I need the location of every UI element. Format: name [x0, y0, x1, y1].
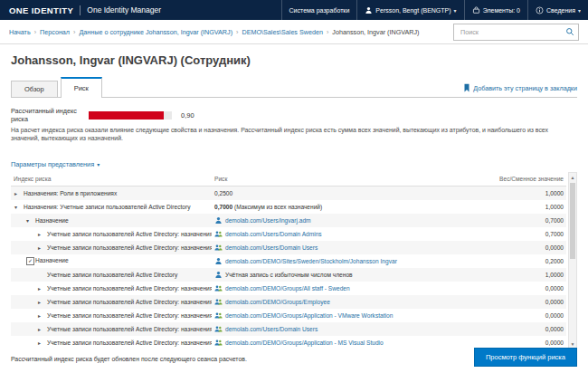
risk-object-link[interactable]: demolab.com/DEMO/Sites/Sweden/Stockholm/… [225, 258, 397, 264]
collapse-icon[interactable]: ▾ [26, 217, 35, 224]
weight-value: 1,0000 [481, 186, 566, 200]
table-row[interactable]: ▸Учетные записи пользователей Active Dir… [11, 282, 566, 295]
chevron-down-icon: ▾ [97, 161, 100, 167]
risk-object-link[interactable]: demolab.com/DEMO/Groups/All staff - Swed… [225, 285, 350, 292]
search-icon[interactable] [565, 27, 574, 36]
collapse-icon[interactable]: ▾ [14, 204, 24, 210]
risk-cell: demolab.com/DEMO/Groups/Employee [212, 295, 481, 309]
risk-index-name: Назначение [35, 217, 69, 224]
info-label: Сведения [546, 7, 575, 14]
chevron-down-icon: ▾ [454, 7, 457, 14]
user-name: Persson, Bengt (BENGTP) [375, 7, 450, 14]
view-settings-toggle[interactable]: Параметры представления ▾ [11, 160, 100, 168]
expand-icon[interactable]: ▸ [38, 312, 47, 319]
column-header-risk: Риск [212, 172, 481, 186]
risk-object-link[interactable]: demolab.com/Users/Domain Admins [225, 231, 322, 237]
user-icon [214, 216, 223, 225]
table-row[interactable]: ▾Назначение demolab.com/Users/ingvarj.ad… [11, 214, 566, 227]
risk-cell: demolab.com/Users/ingvarj.adm [212, 214, 481, 227]
expand-icon[interactable]: ▸ [38, 340, 47, 346]
risk-object-link[interactable]: demolab.com/Users/Domain Users [225, 244, 318, 251]
column-header-risk-index: Индекс риска [11, 172, 212, 186]
risk-object-link[interactable]: demolab.com/DEMO/Groups/Application - VM… [225, 312, 393, 319]
table-row[interactable]: ✓Назначение demolab.com/DEMO/Sites/Swede… [11, 254, 566, 268]
page-title: Johansson, Ingvar (INGVARJ) (Сотрудник) [11, 53, 577, 67]
group-icon [214, 298, 223, 306]
risk-value-max: 0,7000 [214, 204, 232, 210]
risk-cell: Учётная запись с избыточным числом члено… [212, 268, 481, 282]
top-bar: ONE IDENTITY One Identity Manager Систем… [0, 0, 588, 20]
user-icon [214, 271, 223, 279]
risk-object-link[interactable]: demolab.com/DEMO/Groups/Application - MS… [225, 340, 384, 346]
risk-object-link[interactable]: demolab.com/Users/ingvarj.adm [225, 217, 311, 224]
breadcrumb-item[interactable]: Персонал [40, 28, 70, 36]
expand-icon[interactable]: ✓ [26, 257, 35, 265]
info-menu[interactable]: Сведения ▾ [527, 0, 588, 20]
table-row[interactable]: ▸Назначения: Роли в приложениях 0,2500 1… [11, 186, 566, 200]
expand-icon[interactable]: ▸ [38, 231, 47, 237]
group-icon [214, 325, 223, 333]
user-icon [365, 6, 373, 14]
breadcrumb-item[interactable]: Начать [9, 28, 31, 36]
risk-index-name: Учетные записи пользователей Active Dire… [47, 244, 212, 251]
risk-cell: demolab.com/Users/Domain Users [212, 241, 481, 254]
risk-index-name: Учетные записи пользователей Active Dire… [47, 272, 177, 278]
tab-overview[interactable]: Обзор [11, 81, 58, 97]
breadcrumb-item[interactable]: Данные о сотруднике Johansson, Ingvar (I… [79, 28, 232, 36]
risk-index-name: Учетные записи пользователей Active Dire… [47, 312, 212, 319]
tab-risk[interactable]: Риск [61, 77, 102, 98]
expand-icon[interactable]: ▸ [14, 190, 24, 196]
breadcrumb-item[interactable]: DEMO\Sales\Sales Sweden [242, 28, 323, 36]
expand-icon[interactable]: ▸ [38, 299, 47, 305]
expand-icon[interactable]: ▸ [38, 244, 47, 251]
bookmark-icon [463, 83, 470, 92]
risk-index-label: Рассчитанный индекс риска [11, 107, 80, 123]
brand-divider [80, 5, 81, 15]
group-icon [214, 230, 223, 238]
scrollbar-thumb[interactable] [570, 183, 575, 259]
risk-cell: 0,2500 [212, 186, 481, 200]
search-input[interactable] [459, 27, 565, 37]
table-row[interactable]: ▸Учетные записи пользователей Active Dir… [11, 309, 566, 322]
vertical-scrollbar[interactable]: ▲ ▼ [568, 172, 577, 349]
risk-index-name: Учетные записи пользователей Active Dire… [47, 285, 212, 292]
scroll-up-icon[interactable]: ▲ [569, 173, 576, 182]
weight-value: 0,0000 [481, 309, 566, 322]
expand-icon[interactable]: ▸ [38, 285, 47, 292]
app-title: One Identity Manager [87, 5, 161, 14]
group-icon [214, 244, 223, 252]
tabs-row: ОбзорРиск Добавить эту страницу в заклад… [11, 78, 577, 98]
group-icon [214, 339, 223, 347]
table-row[interactable]: ▾Назначения: Учетные записи пользователе… [11, 200, 566, 214]
breadcrumb-separator: › [236, 28, 238, 36]
weight-value: 0,0000 [481, 241, 566, 254]
risk-cell: demolab.com/DEMO/Groups/Application - MS… [212, 336, 481, 349]
table-row[interactable]: ▸Учетные записи пользователей Active Dir… [11, 322, 566, 336]
user-menu[interactable]: Persson, Bengt (BENGTP) ▾ [356, 0, 463, 20]
info-icon [536, 6, 544, 14]
weight-value: 0,0000 [481, 282, 566, 295]
table-row[interactable]: ▸Учетные записи пользователей Active Dir… [11, 227, 566, 241]
weight-value: 0,0000 [481, 322, 566, 336]
risk-table: Индекс риска Риск Вес/Сменное значение ▸… [11, 172, 566, 349]
group-icon [214, 284, 223, 292]
tab-list: ОбзорРиск [11, 78, 105, 97]
risk-value: 0,2500 [214, 190, 232, 196]
table-row[interactable]: Учетные записи пользователей Active Dire… [11, 268, 566, 282]
cart-items[interactable]: Элементы: 0 [464, 0, 527, 20]
risk-object-link[interactable]: demolab.com/DEMO/Groups/Employee [225, 299, 330, 305]
weight-value: 0,7000 [481, 214, 566, 227]
table-row[interactable]: ▸Учетные записи пользователей Active Dir… [11, 241, 566, 254]
checkbox-checked-icon[interactable]: ✓ [26, 257, 34, 265]
risk-index-name: Учетные записи пользователей Active Dire… [47, 326, 212, 332]
risk-object-link[interactable]: demolab.com/Users/Domain Users [225, 326, 318, 332]
search-box[interactable] [453, 24, 579, 41]
expand-icon[interactable]: ▸ [38, 326, 47, 332]
topbar-menu: Система разработки Persson, Bengt (BENGT… [281, 0, 588, 20]
view-risk-functions-button[interactable]: Просмотр функций риска [474, 348, 577, 367]
risk-bar [89, 111, 172, 120]
risk-cell: demolab.com/Users/Domain Admins [212, 227, 481, 241]
table-row[interactable]: ▸Учетные записи пользователей Active Dir… [11, 295, 566, 309]
bookmark-link[interactable]: Добавить эту страницу в закладки [463, 83, 577, 97]
risk-cell: demolab.com/DEMO/Groups/Application - VM… [212, 309, 481, 322]
